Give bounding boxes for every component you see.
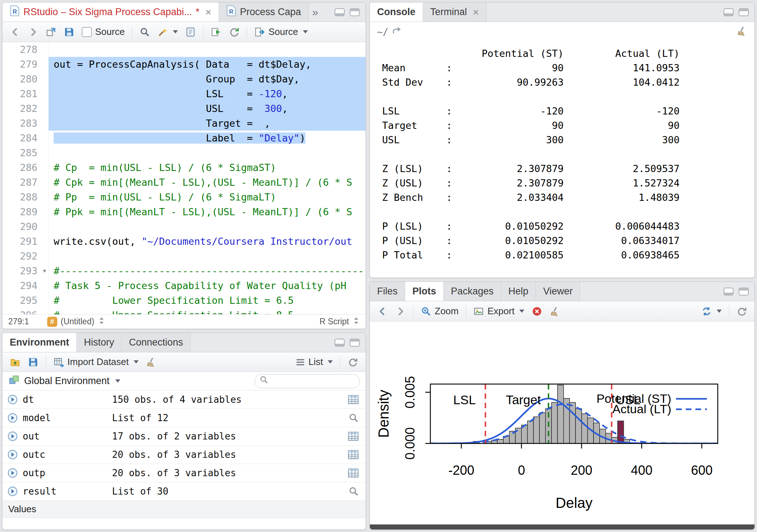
code-line[interactable]: USL = 300, [49,101,366,116]
expand-arrow-icon[interactable] [7,394,23,405]
compile-report-icon[interactable] [182,25,199,39]
rerun-icon[interactable] [226,25,242,39]
tab-console[interactable]: Console [370,3,423,22]
zoom-plot-button[interactable]: Zoom [418,304,461,318]
export-plot-button[interactable]: Export [470,304,527,318]
inspect-object-icon[interactable] [348,486,359,497]
maximize-pane-icon[interactable] [738,287,749,297]
file-type-label[interactable]: R Script [319,317,349,326]
environment-row-model[interactable]: modelList of 12 [3,409,366,427]
environment-row-outp[interactable]: outp20 obs. of 3 variables [3,464,366,482]
list-view-button[interactable]: List [292,355,336,369]
chevron-down-icon[interactable] [115,379,120,383]
view-table-icon[interactable] [348,395,359,405]
code-line[interactable]: out = ProcessCapAnalysis( Data = dt$Dela… [49,57,366,72]
code-line[interactable] [49,42,366,57]
expand-arrow-icon[interactable] [7,412,23,424]
environment-scope-label[interactable]: Global Environment [24,375,109,387]
code-editor[interactable]: 2782792802812822832842852862872882892902… [3,42,366,314]
checkbox-icon[interactable] [82,27,92,37]
document-outline-label[interactable]: (Untitled) [61,317,94,326]
working-dir-label[interactable]: ~/ [377,27,388,37]
minimize-pane-icon[interactable] [723,7,734,17]
tab-terminal[interactable]: Terminal× [423,3,487,22]
load-workspace-icon[interactable] [7,355,23,369]
close-tab-icon[interactable]: × [473,6,479,18]
code-line[interactable] [49,145,366,160]
inspect-object-icon[interactable] [348,412,359,423]
open-in-new-window-icon[interactable] [43,25,59,39]
code-line[interactable] [49,249,366,263]
code-line[interactable]: #---------------------------------------… [49,263,366,278]
code-line[interactable]: Label = "Delay") [49,131,366,145]
expand-arrow-icon[interactable] [7,430,23,442]
expand-arrow-icon[interactable] [7,486,23,497]
updown-arrows-icon[interactable] [98,316,105,327]
fold-arrow-icon[interactable]: ▾ [42,263,47,278]
clear-console-broom-icon[interactable] [736,26,747,39]
maximize-pane-icon[interactable] [349,338,360,348]
code-line[interactable]: # Pp = min(USL - LSL) / (6 * SigmaLT) [49,190,366,204]
remove-plot-icon[interactable] [529,305,545,318]
minimize-pane-icon[interactable] [723,287,734,297]
view-table-icon[interactable] [348,431,359,441]
environment-row-out[interactable]: out17 obs. of 2 variables [3,427,366,446]
environment-search-input[interactable] [272,376,351,386]
save-workspace-icon[interactable] [25,355,41,369]
tab-viewer[interactable]: Viewer [536,282,580,301]
tab-environment[interactable]: Environment [3,333,77,352]
code-line[interactable]: # Cp = min(USL - LSL) / (6 * SigmaST) [49,160,366,175]
code-line[interactable]: write.csv(out, "~/Documents/Coursera Ins… [49,234,366,249]
tab-help[interactable]: Help [501,282,536,301]
minimize-pane-icon[interactable] [334,338,345,348]
code-lines[interactable]: out = ProcessCapAnalysis( Data = dt$Dela… [49,42,366,314]
environment-row-result[interactable]: resultList of 30 [3,482,366,501]
code-tools-icon[interactable] [154,25,181,39]
next-plot-icon[interactable] [392,305,409,318]
publish-sync-icon[interactable] [698,305,725,318]
minimize-pane-icon[interactable] [334,7,345,17]
run-icon[interactable] [208,25,224,39]
tab-files[interactable]: Files [370,282,405,301]
refresh-environment-icon[interactable] [345,355,361,369]
environment-search-box[interactable] [255,374,360,388]
tab-connections[interactable]: Connections [122,333,191,352]
previous-plot-icon[interactable] [374,305,391,318]
save-icon[interactable] [61,25,77,39]
import-dataset-button[interactable]: Import Dataset [50,355,142,369]
back-icon[interactable] [7,25,23,39]
clear-environment-broom-icon[interactable] [143,355,160,369]
code-line[interactable]: # Upper Specification Limit = 8.5 [49,308,366,314]
open-dir-arrow-icon[interactable] [392,26,402,38]
forward-icon[interactable] [25,25,41,39]
refresh-plot-icon[interactable] [734,305,750,318]
view-table-icon[interactable] [348,468,359,478]
source-on-save-checkbox[interactable]: Source [79,25,127,39]
environment-row-dt[interactable]: dt150 obs. of 4 variables [3,391,366,409]
clear-plots-broom-icon[interactable] [547,305,563,318]
code-line[interactable]: LSL = -120, [49,86,366,101]
code-line[interactable]: Target = , [49,116,366,131]
code-line[interactable]: # Lower Specification Limit = 6.5 [49,293,366,308]
code-line[interactable] [49,219,366,234]
tab-history[interactable]: History [77,333,122,352]
maximize-pane-icon[interactable] [349,7,360,17]
code-line[interactable]: Group = dt$Day, [49,72,366,86]
environment-row-outc[interactable]: outc20 obs. of 3 variables [3,446,366,464]
expand-arrow-icon[interactable] [7,449,23,460]
source-button[interactable]: Source [251,25,310,39]
find-icon[interactable] [136,25,153,39]
updown-arrows-icon[interactable] [353,316,360,327]
close-tab-icon[interactable]: × [205,6,212,18]
tab-plots[interactable]: Plots [405,282,444,301]
view-table-icon[interactable] [348,450,359,460]
tab-source-document-1[interactable]: R RStudio – Six Sigma Process Capabi... … [3,3,219,22]
maximize-pane-icon[interactable] [738,7,749,17]
code-line[interactable]: # Task 5 - Process Capability of Water Q… [49,278,366,293]
tab-packages[interactable]: Packages [444,282,501,301]
expand-arrow-icon[interactable] [7,467,23,479]
code-line[interactable]: # Ppk = min[(MeanLT - LSL),(USL - MeanLT… [49,204,366,219]
code-line[interactable]: # Cpk = min[(MeanLT - LSL),(USL - MeanLT… [49,175,366,190]
tab-overflow-chevron[interactable]: » [309,3,322,22]
environment-row-clipped[interactable] [3,518,366,529]
